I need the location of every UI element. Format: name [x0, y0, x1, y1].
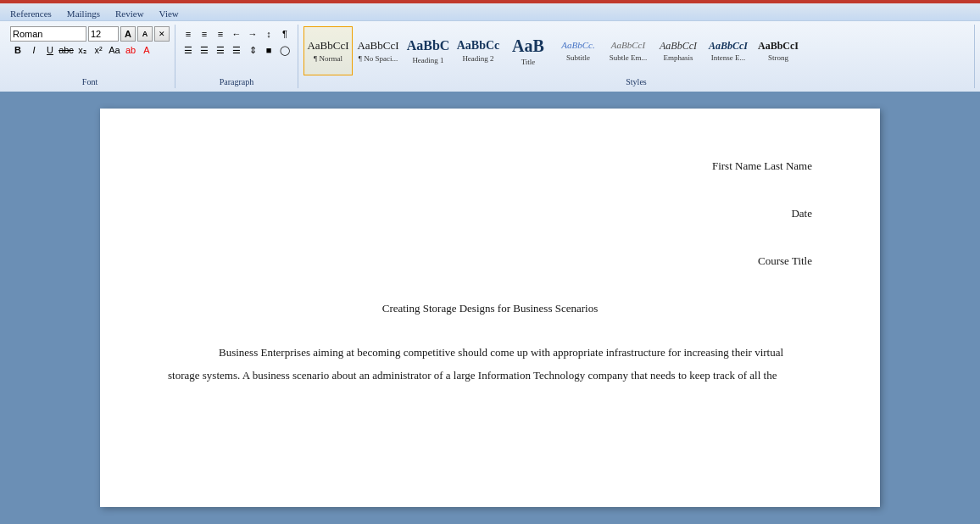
style-subtle-em-preview: AaBbCcI — [611, 40, 645, 51]
font-group-label: Font — [10, 75, 170, 86]
style-heading2-label: Heading 2 — [462, 54, 493, 63]
italic-button[interactable]: I — [26, 42, 42, 58]
style-intense-e[interactable]: AaBbCcI Intense E... — [704, 26, 753, 75]
document-body: Business Enterprises aiming at becoming … — [168, 341, 812, 387]
highlight-button[interactable]: ab — [123, 42, 138, 58]
tab-view[interactable]: View — [153, 7, 186, 20]
align-center-button[interactable]: ☰ — [197, 42, 212, 58]
superscript-button[interactable]: x² — [91, 42, 106, 58]
sort-button[interactable]: ↕ — [261, 26, 276, 42]
style-normal[interactable]: AaBbCcI ¶ Normal — [303, 26, 353, 75]
style-heading1[interactable]: AaBbC Heading 1 — [404, 26, 453, 75]
paragraph-group: ≡ ≡ ≡ ← → ↕ ¶ ☰ ☰ ☰ ☰ ⇕ ■ ◯ Paragraph — [175, 25, 298, 88]
align-right-button[interactable]: ☰ — [213, 42, 228, 58]
style-subtle-em-label: Subtle Em... — [610, 53, 648, 62]
change-case-button[interactable]: Aa — [107, 42, 122, 58]
multilevel-button[interactable]: ≡ — [213, 26, 228, 42]
font-size-input[interactable] — [88, 26, 119, 42]
course-title: Course Title — [168, 254, 812, 268]
style-subtle-em[interactable]: AaBbCcI Subtle Em... — [604, 26, 653, 75]
style-subtitle-preview: AaBbCc. — [561, 40, 594, 51]
style-heading2-preview: AaBbCc — [457, 39, 500, 53]
style-emphasis-label: Emphasis — [664, 53, 693, 62]
align-left-button[interactable]: ☰ — [181, 42, 196, 58]
style-subtitle[interactable]: AaBbCc. Subtitle — [554, 26, 603, 75]
style-normal-preview: AaBbCcI — [307, 39, 348, 53]
font-shrink-button[interactable]: A — [137, 26, 153, 42]
style-emphasis[interactable]: AaBbCcI Emphasis — [654, 26, 703, 75]
style-strong[interactable]: AaBbCcI Strong — [754, 26, 803, 75]
font-selector-row: A A ✕ — [10, 26, 170, 42]
decrease-indent-button[interactable]: ← — [229, 26, 244, 42]
author-name: First Name Last Name — [168, 159, 812, 173]
style-heading1-preview: AaBbC — [407, 37, 450, 53]
styles-group-content: AaBbCcI ¶ Normal AaBbCcI ¶ No Spaci... A… — [303, 26, 969, 75]
show-formatting-button[interactable]: ¶ — [277, 26, 292, 42]
tab-references[interactable]: References — [3, 7, 58, 20]
font-color-button[interactable]: A — [139, 42, 154, 58]
font-group: A A ✕ B I U abc x₂ x² Aa ab A Font — [5, 25, 175, 88]
line-spacing-button[interactable]: ⇕ — [245, 42, 260, 58]
bold-button[interactable]: B — [10, 42, 25, 58]
borders-button[interactable]: ◯ — [277, 42, 292, 58]
subscript-button[interactable]: x₂ — [75, 42, 90, 58]
font-grow-button[interactable]: A — [120, 26, 136, 42]
style-title-label: Title — [521, 58, 536, 66]
styles-group: AaBbCcI ¶ Normal AaBbCcI ¶ No Spaci... A… — [298, 25, 975, 88]
para-row2: ☰ ☰ ☰ ☰ ⇕ ■ ◯ — [181, 42, 292, 58]
style-no-spacing-preview: AaBbCcI — [357, 39, 398, 53]
style-intense-e-preview: AaBbCcI — [709, 40, 748, 52]
font-group-content: A A ✕ B I U abc x₂ x² Aa ab A — [10, 26, 170, 75]
bullets-button[interactable]: ≡ — [181, 26, 196, 42]
para-row1: ≡ ≡ ≡ ← → ↕ ¶ — [181, 26, 292, 42]
style-title-preview: AaB — [512, 36, 544, 56]
style-no-spacing-label: ¶ No Spaci... — [359, 54, 398, 63]
author-block: First Name Last Name Date Course Title — [168, 159, 812, 268]
style-subtitle-label: Subtitle — [566, 53, 590, 62]
para-group-content: ≡ ≡ ≡ ← → ↕ ¶ ☰ ☰ ☰ ☰ ⇕ ■ ◯ — [181, 26, 292, 75]
style-no-spacing[interactable]: AaBbCcI ¶ No Spaci... — [354, 26, 403, 75]
paragraph-group-label: Paragraph — [181, 75, 292, 86]
tab-mailings[interactable]: Mailings — [60, 7, 107, 20]
strikethrough-button[interactable]: abc — [58, 42, 74, 58]
style-emphasis-preview: AaBbCcI — [660, 40, 697, 52]
tab-review[interactable]: Review — [109, 7, 151, 20]
style-heading2[interactable]: AaBbCc Heading 2 — [454, 26, 503, 75]
style-title[interactable]: AaB Title — [504, 26, 553, 75]
body-paragraph-1: Business Enterprises aiming at becoming … — [168, 341, 812, 387]
increase-indent-button[interactable]: → — [245, 26, 260, 42]
document-page[interactable]: First Name Last Name Date Course Title C… — [100, 109, 880, 507]
doc-date: Date — [168, 207, 812, 220]
underline-button[interactable]: U — [42, 42, 58, 58]
shading-button[interactable]: ■ — [261, 42, 276, 58]
numbering-button[interactable]: ≡ — [197, 26, 212, 42]
style-strong-preview: AaBbCcI — [758, 40, 799, 52]
style-heading1-label: Heading 1 — [412, 56, 443, 64]
style-strong-label: Strong — [768, 53, 788, 62]
justify-button[interactable]: ☰ — [229, 42, 244, 58]
document-title: Creating Storage Designs for Business Sc… — [168, 302, 812, 315]
clear-format-button[interactable]: ✕ — [154, 26, 170, 42]
format-row: B I U abc x₂ x² Aa ab A — [10, 42, 154, 58]
styles-group-label: Styles — [303, 75, 969, 86]
document-area: First Name Last Name Date Course Title C… — [0, 92, 980, 524]
ribbon-tabs: References Mailings Review View — [0, 3, 980, 20]
style-normal-label: ¶ Normal — [314, 54, 342, 63]
font-name-input[interactable] — [10, 26, 86, 42]
ribbon-content: A A ✕ B I U abc x₂ x² Aa ab A Font ≡ — [0, 20, 980, 92]
style-intense-e-label: Intense E... — [711, 53, 746, 62]
